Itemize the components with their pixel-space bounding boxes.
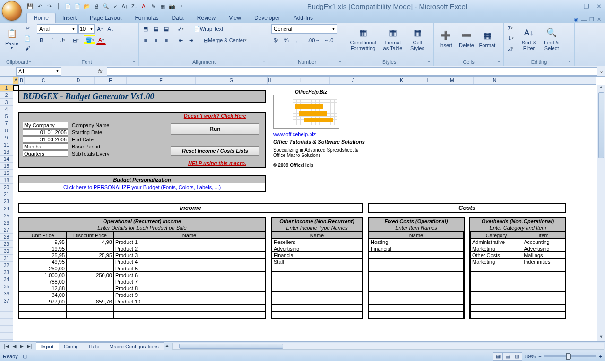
row-header-35[interactable]: 35 — [0, 283, 13, 290]
bold-button[interactable]: B — [37, 35, 46, 45]
insert-icon[interactable]: ▦ — [159, 2, 166, 10]
doc-minimize-icon[interactable]: — — [581, 17, 587, 23]
increase-indent-icon[interactable]: ⇥ — [186, 35, 196, 45]
personalize-link[interactable]: Click here to PERSONALIZE your Budget (F… — [63, 184, 221, 190]
row-header-33[interactable]: 33 — [0, 269, 13, 276]
zoom-knob[interactable] — [566, 353, 570, 360]
currency-icon[interactable]: $ — [271, 35, 281, 45]
align-center-icon[interactable]: ≡ — [151, 35, 161, 45]
align-bottom-icon[interactable]: ⬓ — [162, 24, 171, 34]
horizontal-scrollbar[interactable] — [172, 343, 604, 350]
format-as-table-button[interactable]: ▦Format as Table — [380, 24, 406, 55]
font-name-combo[interactable]: Arial▼ — [37, 24, 78, 34]
vertical-scrollbar[interactable]: ▲ ▼ — [597, 85, 605, 341]
run-button[interactable]: Run — [171, 123, 259, 135]
tab-view[interactable]: View — [222, 13, 248, 23]
save-icon[interactable]: 💾 — [26, 2, 34, 10]
open-icon[interactable]: 📂 — [83, 2, 91, 10]
insert-cells-button[interactable]: ➕Insert — [436, 24, 456, 55]
cut-icon[interactable]: ✂ — [23, 24, 32, 33]
undo-icon[interactable]: ↶ — [36, 2, 43, 10]
clear-icon[interactable]: ◿ — [506, 43, 515, 53]
row-header-8[interactable]: 8 — [0, 127, 13, 134]
company-input[interactable]: My Company — [23, 122, 68, 129]
sheet-tab-help[interactable]: Help — [84, 342, 105, 350]
tab-last-icon[interactable]: ▶| — [26, 343, 33, 350]
qat-more-icon[interactable] — [178, 2, 185, 10]
font-color-button-icon[interactable]: A — [96, 35, 106, 45]
officehelp-link[interactable]: www.officehelp.biz — [273, 131, 316, 137]
zoom-level[interactable]: 89% — [525, 354, 536, 359]
col-header-M[interactable]: M — [431, 77, 474, 84]
sheet-grid[interactable]: 1234578911131415161820212324252627282930… — [0, 77, 605, 341]
copy-icon[interactable]: 📄 — [64, 2, 72, 10]
fx-button[interactable]: fx — [95, 67, 105, 76]
col-header-B[interactable]: B — [19, 77, 25, 84]
formula-expand-icon[interactable]: ⌄ — [597, 68, 605, 74]
row-header-20[interactable]: 20 — [0, 184, 13, 191]
row-header-29[interactable]: 29 — [0, 241, 13, 248]
spell-icon[interactable]: ✓ — [112, 2, 119, 10]
row-header-5[interactable]: 5 — [0, 113, 13, 120]
tab-developer[interactable]: Developer — [248, 13, 287, 23]
number-format-combo[interactable]: General▼ — [271, 24, 337, 34]
col-header-E[interactable]: E — [95, 77, 127, 84]
increase-decimal-icon[interactable]: .00→ — [306, 35, 321, 45]
reset-button[interactable]: Reset Income / Costs Lists — [171, 146, 259, 156]
highlight-icon[interactable]: ✎ — [149, 2, 157, 10]
row-header-7[interactable]: 7 — [0, 120, 13, 127]
col-header-H[interactable]: H — [268, 77, 272, 84]
restore-icon[interactable]: ❐ — [582, 3, 591, 9]
format-painter-icon[interactable]: 🖌 — [23, 43, 32, 53]
start-date-input[interactable]: 01-01-2005 — [23, 129, 68, 136]
print-icon[interactable]: 🖨 — [93, 2, 100, 10]
tab-addins[interactable]: Add-Ins — [287, 13, 320, 23]
row-header-37[interactable]: 37 — [0, 297, 13, 304]
align-right-icon[interactable]: ≡ — [162, 35, 171, 45]
sort-asc-icon[interactable]: A↓ — [121, 2, 129, 10]
macro-record-icon[interactable]: ▢ — [23, 353, 27, 359]
row-header-26[interactable]: 26 — [0, 219, 13, 226]
tab-formulas[interactable]: Formulas — [128, 13, 165, 23]
autosum-icon[interactable]: Σ — [506, 24, 515, 33]
format-cells-button[interactable]: ▦Format — [477, 24, 497, 55]
row-header-14[interactable]: 14 — [0, 156, 13, 163]
wrap-text-button[interactable]: 📄 Wrap Text — [192, 24, 225, 34]
row-header-16[interactable]: 16 — [0, 170, 13, 177]
tab-review[interactable]: Review — [190, 13, 222, 23]
row-header-36[interactable]: 36 — [0, 290, 13, 297]
close-icon[interactable]: ✕ — [595, 3, 603, 9]
align-left-icon[interactable]: ≡ — [141, 35, 150, 45]
col-header-A[interactable]: A — [13, 77, 19, 84]
help-macro-link[interactable]: HELP using this macro. — [188, 160, 246, 166]
tab-next-icon[interactable]: ▶ — [18, 343, 26, 350]
delete-cells-button[interactable]: ➖Delete — [457, 24, 476, 55]
align-middle-icon[interactable]: ⬓ — [151, 24, 161, 34]
minimize-icon[interactable]: — — [570, 3, 579, 9]
new-sheet-icon[interactable]: ✦ — [164, 343, 171, 350]
cell-styles-button[interactable]: ▦Cell Styles — [406, 24, 428, 55]
row-header-13[interactable]: 13 — [0, 148, 13, 156]
fill-color-icon[interactable]: 🪣 — [84, 35, 95, 45]
redo-icon[interactable]: ↷ — [45, 2, 53, 10]
zoom-in-icon[interactable]: + — [599, 354, 602, 359]
scroll-up-icon[interactable]: ▲ — [597, 85, 605, 92]
doc-close-icon[interactable]: ✕ — [597, 17, 601, 23]
page-break-view-icon[interactable]: ▥ — [512, 353, 522, 360]
row-header-1[interactable]: 1 — [0, 85, 13, 92]
row-header-3[interactable]: 3 — [0, 99, 13, 106]
col-header-D[interactable]: D — [62, 77, 95, 84]
paste-button[interactable]: 📋Paste▼ — [2, 24, 22, 55]
merge-center-button[interactable]: ⊞ Merge & Center — [202, 35, 248, 45]
align-top-icon[interactable]: ⬒ — [141, 24, 150, 34]
row-header-9[interactable]: 9 — [0, 134, 13, 141]
col-header-F[interactable]: F — [127, 77, 196, 84]
name-box[interactable]: A1▼ — [16, 67, 61, 76]
sort-filter-button[interactable]: A↓Sort & Filter — [518, 24, 540, 55]
row-header-11[interactable]: 11 — [0, 141, 13, 148]
normal-view-icon[interactable]: ▦ — [493, 353, 503, 360]
zoom-slider[interactable] — [544, 355, 596, 357]
row-header-31[interactable]: 31 — [0, 255, 13, 262]
new-icon[interactable]: 📄 — [74, 2, 81, 10]
decrease-decimal-icon[interactable]: ←.0 — [322, 35, 335, 45]
